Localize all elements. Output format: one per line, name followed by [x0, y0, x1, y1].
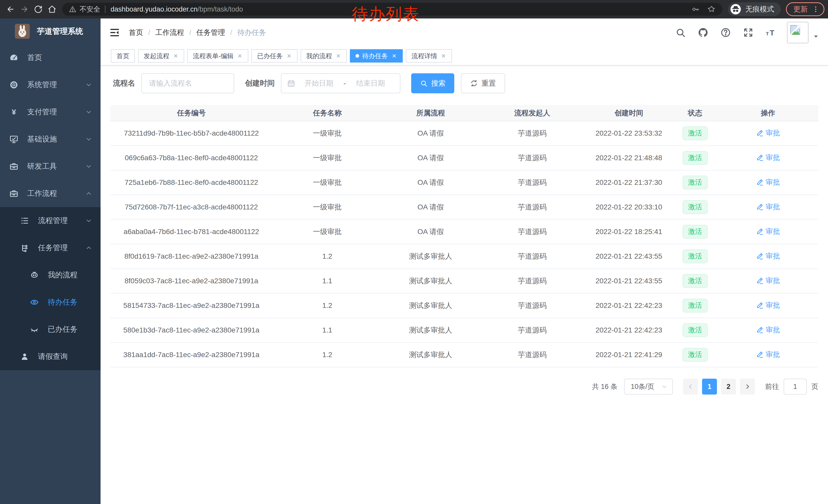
font-size-icon[interactable]: TT — [765, 27, 776, 38]
home-icon[interactable] — [45, 2, 59, 16]
security-label[interactable]: 不安全 — [80, 5, 100, 14]
close-icon[interactable] — [286, 53, 292, 59]
close-icon[interactable] — [391, 53, 397, 59]
sidebar-item[interactable]: 待办任务 — [0, 289, 100, 316]
sidebar-item[interactable]: 流程管理 — [0, 207, 100, 234]
sidebar-item[interactable]: ¥支付管理 — [0, 98, 100, 126]
cell-id: 8f0d1619-7ac8-11ec-a9e2-a2380e71991a — [110, 244, 273, 269]
cell-action: 审批 — [718, 121, 818, 146]
breadcrumb-item[interactable]: 任务管理 — [197, 28, 225, 37]
approve-link[interactable]: 审批 — [756, 177, 780, 187]
table-row: a6aba0a4-7b6d-11ec-b781-acde48001122一级审批… — [110, 220, 818, 244]
approve-link[interactable]: 审批 — [756, 325, 780, 335]
approve-label: 审批 — [766, 251, 780, 261]
browser-update-button[interactable]: 更新 — [786, 2, 824, 16]
process-name-input[interactable] — [141, 73, 234, 93]
page-size-select[interactable]: 10条/页 — [624, 379, 673, 395]
caret-down-icon[interactable] — [813, 33, 819, 40]
warning-icon[interactable] — [69, 5, 76, 13]
next-page-button[interactable] — [740, 379, 755, 395]
sidebar-logo[interactable]: 芋道管理系统 — [0, 18, 100, 44]
cell-id: 725a1eb6-7b88-11ec-8ef0-acde48001122 — [110, 170, 273, 195]
cell-status: 激活 — [672, 293, 718, 318]
tab[interactable]: 发起流程 — [138, 49, 184, 62]
approve-label: 审批 — [766, 325, 780, 335]
sidebar-item[interactable]: 首页 — [0, 44, 100, 71]
cell-time: 2022-01-21 22:42:23 — [585, 318, 672, 342]
approve-link[interactable]: 审批 — [756, 251, 780, 261]
forward-arrow-icon[interactable] — [17, 2, 31, 16]
sidebar-item[interactable]: 工作流程 — [0, 180, 100, 207]
approve-link[interactable]: 审批 — [756, 227, 780, 236]
close-icon[interactable] — [335, 53, 341, 59]
sidebar-item[interactable]: 基础设施 — [0, 126, 100, 153]
annotation-overlay-text: 待办列表 — [352, 3, 420, 25]
date-range-picker[interactable]: 开始日期 - 结束日期 — [281, 73, 401, 93]
goto-label: 前往 — [765, 382, 779, 391]
search-button[interactable]: 搜索 — [411, 73, 454, 93]
approve-label: 审批 — [766, 202, 780, 212]
end-date-placeholder[interactable]: 结束日期 — [347, 79, 394, 88]
breadcrumb-item[interactable]: 首页 — [129, 28, 143, 37]
approve-link[interactable]: 审批 — [756, 276, 780, 286]
approve-link[interactable]: 审批 — [756, 301, 780, 310]
cell-initiator: 芋道源码 — [479, 220, 585, 244]
column-header: 流程发起人 — [479, 105, 585, 121]
sidebar-item-label: 待办任务 — [48, 297, 78, 307]
sidebar-item-label: 流程管理 — [38, 216, 68, 226]
close-icon[interactable] — [441, 53, 446, 59]
github-icon[interactable] — [698, 27, 708, 38]
dots-vertical-icon[interactable] — [812, 5, 820, 13]
tab[interactable]: 流程表单-编辑 — [187, 49, 248, 62]
goto-page-input[interactable] — [784, 379, 807, 395]
page-number-button[interactable]: 1 — [702, 379, 717, 395]
start-date-placeholder[interactable]: 开始日期 — [295, 79, 342, 88]
cell-id: 75d72608-7b7f-11ec-a3c8-acde48001122 — [110, 195, 273, 220]
tab-label: 流程表单-编辑 — [193, 52, 234, 60]
cell-action: 审批 — [718, 195, 818, 220]
approve-link[interactable]: 审批 — [756, 350, 780, 359]
back-arrow-icon[interactable] — [4, 2, 17, 16]
breadcrumb-item[interactable]: 工作流程 — [156, 28, 184, 37]
fullscreen-icon[interactable] — [743, 27, 754, 38]
table-row: 73211d9d-7b9b-11ec-b5b7-acde48001122一级审批… — [110, 121, 818, 146]
reset-button[interactable]: 重置 — [461, 73, 505, 93]
tab[interactable]: 流程详情 — [406, 49, 452, 62]
cell-time: 2022-01-22 18:25:41 — [585, 220, 672, 244]
sidebar-item[interactable]: 我的流程 — [0, 262, 100, 289]
cell-process: OA 请假 — [382, 121, 479, 146]
hamburger-icon[interactable] — [109, 27, 120, 38]
cell-status: 激活 — [672, 342, 718, 367]
toolbox-icon — [9, 162, 18, 171]
cell-initiator: 芋道源码 — [479, 318, 585, 342]
avatar[interactable] — [787, 22, 809, 43]
reload-icon[interactable] — [31, 2, 45, 16]
cell-name: 1.2 — [273, 244, 382, 269]
tab[interactable]: 我的流程 — [301, 49, 347, 62]
tabs-bar: 首页发起流程流程表单-编辑已办任务我的流程待办任务流程详情 — [100, 47, 828, 65]
sidebar-item[interactable]: 研发工具 — [0, 153, 100, 180]
page-number-button[interactable]: 2 — [721, 379, 736, 395]
prev-page-button[interactable] — [683, 379, 698, 395]
tab[interactable]: 已办任务 — [251, 49, 297, 62]
yen-icon: ¥ — [9, 107, 18, 117]
sidebar-item[interactable]: 请假查询 — [0, 343, 100, 370]
edit-pen-icon — [756, 154, 763, 162]
approve-link[interactable]: 审批 — [756, 153, 780, 163]
search-icon[interactable] — [675, 27, 686, 38]
cell-process: 测试多审批人 — [382, 244, 479, 269]
sidebar-item[interactable]: 任务管理 — [0, 234, 100, 262]
calendar-icon — [287, 79, 295, 87]
close-icon[interactable] — [237, 53, 243, 59]
key-icon[interactable] — [692, 5, 700, 13]
tab[interactable]: 首页 — [111, 49, 135, 62]
help-icon[interactable] — [720, 27, 731, 38]
approve-link[interactable]: 审批 — [756, 128, 780, 138]
tab[interactable]: 待办任务 — [350, 49, 403, 62]
sidebar-item[interactable]: 系统管理 — [0, 71, 100, 98]
star-icon[interactable] — [707, 5, 716, 13]
close-icon[interactable] — [173, 53, 178, 59]
approve-link[interactable]: 审批 — [756, 202, 780, 212]
sidebar-item[interactable]: 已办任务 — [0, 316, 100, 343]
user-icon — [20, 352, 29, 361]
